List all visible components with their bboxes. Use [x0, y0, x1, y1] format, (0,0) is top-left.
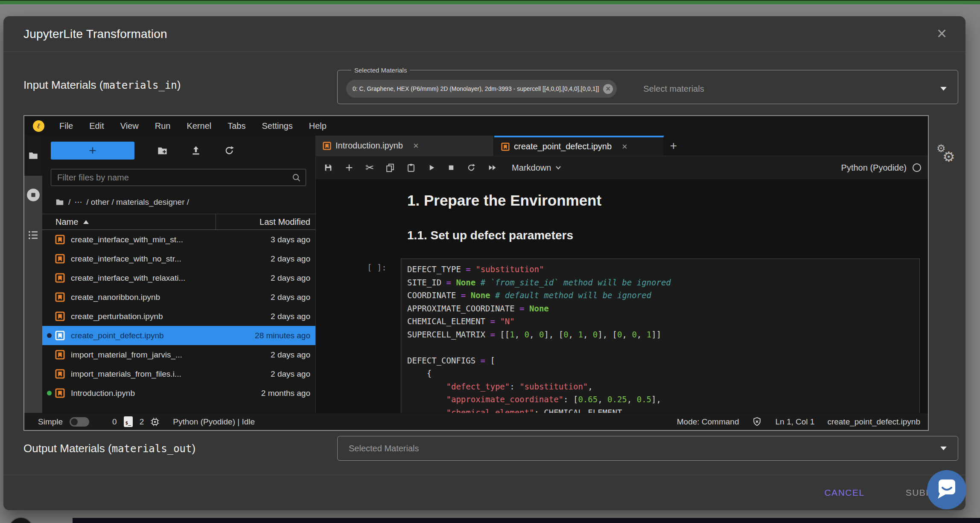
folder-icon: [28, 150, 39, 161]
jupyter-menubar: ℓ FileEditViewRunKernelTabsSettingsHelp: [24, 116, 928, 136]
sort-ascending-icon: [83, 220, 89, 224]
file-modified: 2 days ago: [271, 350, 315, 360]
notebook-icon: [55, 235, 65, 244]
close-icon[interactable]: ×: [937, 23, 947, 44]
column-header-name[interactable]: Name: [42, 217, 78, 227]
file-row[interactable]: create_point_defect.ipynb28 minutes ago: [42, 326, 315, 345]
paste-icon[interactable]: [406, 163, 416, 172]
code-cell[interactable]: DEFECT_TYPE = "substitution"SITE_ID = No…: [401, 259, 920, 413]
file-row[interactable]: import_materials_from_files.i...2 days a…: [42, 364, 315, 384]
cancel-button[interactable]: CANCEL: [824, 488, 864, 498]
trust-shield-icon[interactable]: [752, 416, 762, 427]
file-row[interactable]: import_material_from_jarvis_...2 days ag…: [42, 345, 315, 364]
file-name: create_perturbation.ipynb: [71, 312, 163, 321]
file-list-header[interactable]: Name Last Modified: [42, 214, 315, 230]
menu-item-file[interactable]: File: [51, 121, 81, 131]
partial-bottom-icon[interactable]: [9, 517, 33, 523]
kernel-status-text[interactable]: Python (Pyodide) | Idle: [173, 417, 255, 427]
notebook-icon: [55, 292, 65, 302]
menu-item-view[interactable]: View: [112, 121, 147, 131]
copy-icon[interactable]: [385, 163, 395, 172]
file-row[interactable]: create_interface_with_min_st...3 days ag…: [42, 230, 315, 249]
file-name: import_materials_from_files.i...: [71, 369, 181, 379]
tab-create_point_defect-ipynb[interactable]: create_point_defect.ipynb×: [494, 136, 664, 156]
menu-item-kernel[interactable]: Kernel: [178, 121, 219, 131]
restart-icon[interactable]: [467, 163, 476, 172]
file-list: create_interface_with_min_st...3 days ag…: [42, 230, 315, 413]
upload-icon[interactable]: [190, 145, 201, 156]
kernel-running-dot: [47, 391, 52, 395]
file-row[interactable]: Introduction.ipynb2 months ago: [42, 384, 315, 403]
output-materials-select[interactable]: Selected Materials: [337, 436, 958, 461]
run-icon[interactable]: [427, 163, 436, 172]
menu-item-tabs[interactable]: Tabs: [219, 121, 254, 131]
terminal-icon[interactable]: $_: [124, 416, 133, 427]
terminals-count: 0: [112, 417, 117, 427]
top-strip: [0, 0, 980, 4]
file-row[interactable]: create_nanoribbon.ipynb2 days ago: [42, 288, 315, 307]
code-editor[interactable]: DEFECT_TYPE = "substitution"SITE_ID = No…: [401, 259, 919, 413]
settings-gears-icon[interactable]: ⚙ ⚙: [936, 142, 961, 168]
menu-item-help[interactable]: Help: [301, 121, 335, 131]
kernel-running-dot: [47, 333, 52, 338]
selected-materials-field[interactable]: Selected Materials 0: C, Graphene, HEX (…: [337, 67, 958, 104]
new-tab-button[interactable]: +: [664, 136, 683, 156]
code-line: {: [407, 367, 913, 380]
stop-icon[interactable]: [447, 164, 455, 171]
cursor-position[interactable]: Ln 1, Col 1: [775, 417, 814, 427]
chat-launcher-button[interactable]: [927, 470, 966, 509]
column-header-modified[interactable]: Last Modified: [260, 217, 315, 227]
cell-type-select[interactable]: Markdown: [512, 163, 561, 173]
file-modified: 2 days ago: [271, 273, 315, 283]
mode-indicator[interactable]: Mode: Command: [677, 417, 739, 427]
tab-close-icon[interactable]: ×: [622, 141, 627, 152]
file-browser-toolbar: +: [42, 136, 315, 160]
kernel-chip-icon[interactable]: [150, 417, 160, 427]
new-folder-icon[interactable]: [157, 145, 168, 157]
notebook-content[interactable]: 1. Prepare the Environment 1.1. Set up d…: [316, 179, 928, 413]
output-label-prefix: Output Materials (: [23, 442, 112, 455]
table-of-contents-icon[interactable]: [27, 229, 40, 241]
kernel-indicator[interactable]: Python (Pyodide): [841, 163, 921, 173]
menu-item-settings[interactable]: Settings: [254, 121, 300, 131]
code-line: "approximate_coordinate": [0.65, 0.25, 0…: [407, 393, 913, 406]
new-launcher-button[interactable]: +: [51, 142, 134, 160]
file-name: create_interface_with_min_st...: [71, 235, 183, 244]
file-row[interactable]: create_perturbation.ipynb2 days ago: [42, 307, 315, 326]
tab-close-icon[interactable]: ×: [413, 140, 419, 151]
menu-item-run[interactable]: Run: [147, 121, 179, 131]
chip-delete-icon[interactable]: ×: [603, 84, 613, 94]
simple-mode-toggle[interactable]: [70, 417, 89, 427]
running-sessions-icon[interactable]: [26, 188, 41, 202]
jupyterlite-transformation-dialog: JupyterLite Transformation × Input Mater…: [3, 16, 965, 510]
tab-introduction-ipynb[interactable]: Introduction.ipynb×: [316, 136, 494, 156]
notebook-icon: [55, 350, 65, 360]
menu-item-edit[interactable]: Edit: [81, 121, 112, 131]
material-chip[interactable]: 0: C, Graphene, HEX (P6/mmm) 2D (Monolay…: [346, 80, 617, 98]
cut-icon[interactable]: ✂: [365, 163, 374, 172]
file-row[interactable]: create_interface_with_relaxati...2 days …: [42, 268, 315, 288]
dock-panel: Introduction.ipynb×create_point_defect.i…: [316, 136, 928, 413]
refresh-icon[interactable]: [224, 145, 235, 156]
filter-files-input[interactable]: [51, 169, 306, 186]
save-icon[interactable]: [324, 163, 333, 172]
run-all-icon[interactable]: [487, 163, 498, 172]
file-modified: 2 days ago: [271, 254, 315, 264]
insert-cell-icon[interactable]: [344, 163, 354, 172]
notebook-tabbar: Introduction.ipynb×create_point_defect.i…: [316, 136, 928, 156]
breadcrumb-path[interactable]: / other / materials_designer /: [86, 198, 189, 207]
breadcrumb-root[interactable]: /: [68, 198, 70, 207]
file-modified: 2 months ago: [261, 389, 315, 398]
output-select-placeholder: Selected Materials: [349, 444, 419, 453]
select-materials-placeholder: Select materials: [643, 84, 704, 94]
file-browser-tab[interactable]: [24, 136, 42, 176]
dropdown-arrow-icon[interactable]: [940, 87, 947, 91]
breadcrumb-ellipsis[interactable]: ⋯: [74, 197, 82, 207]
notebook-icon: [55, 254, 65, 264]
notebook-toolbar: ✂ Markdown Python (Pyodide): [316, 156, 928, 179]
file-row[interactable]: create_interface_with_no_str...2 days ag…: [42, 249, 315, 268]
input-materials-label: Input Materials (materials_in): [23, 78, 181, 92]
kernel-name[interactable]: Python (Pyodide): [841, 163, 907, 173]
dialog-header: JupyterLite Transformation ×: [3, 16, 965, 52]
code-line: "defect_type": "substitution",: [407, 380, 913, 393]
